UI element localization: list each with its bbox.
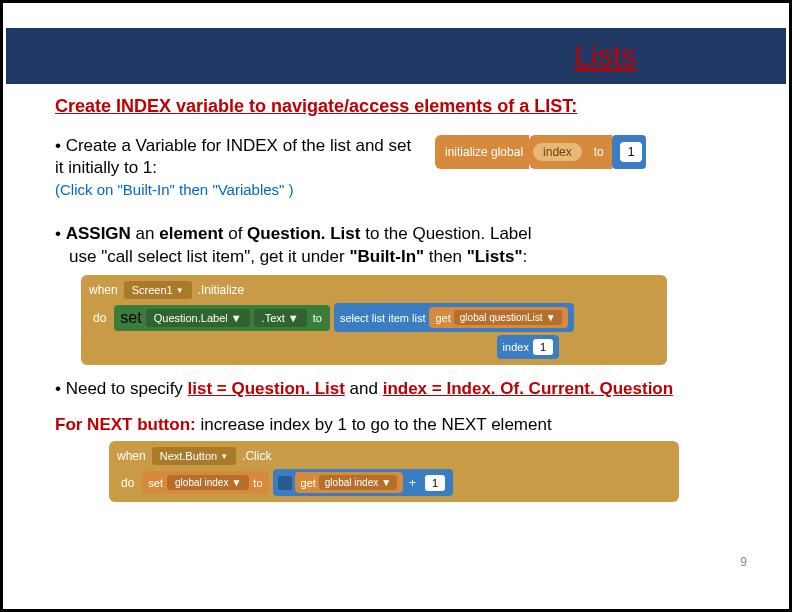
title-bar: Lists (6, 28, 786, 84)
number-value: 1 (620, 142, 643, 162)
code-block-initialize-screen: when Screen1▼ .Initialize do set Questio… (81, 275, 744, 365)
bullet-2: • ASSIGN an element of Question. List to… (55, 223, 744, 269)
when-keyword: when (89, 283, 118, 297)
do-keyword: do (89, 311, 110, 325)
init-keyword: initialize global (435, 135, 529, 169)
select-list-item-block: select list item list get global questio… (334, 303, 574, 332)
to-keyword: to (586, 135, 612, 169)
var-name-pill: index (533, 143, 582, 161)
do-keyword-2: do (117, 476, 138, 490)
increment-value: 1 (425, 475, 445, 491)
bullet-1: • Create a Variable for INDEX of the lis… (55, 135, 415, 201)
number-block: 1 (612, 135, 647, 169)
get-block-2: get global index▼ (295, 472, 404, 493)
when-keyword-2: when (117, 449, 146, 463)
plus-operator: + (406, 476, 419, 490)
bullet-4: For NEXT button: increase index by 1 to … (55, 415, 744, 435)
math-block: get global index▼ + 1 (273, 469, 454, 496)
click-event: .Click (242, 449, 271, 463)
index-value: 1 (533, 339, 553, 355)
set-global-block: set global index▼ to (142, 471, 268, 494)
screen-chip: Screen1▼ (124, 281, 192, 299)
global-index-chip-2: global index▼ (319, 475, 397, 490)
component-chip: Question.Label▼ (146, 309, 250, 327)
property-chip: .Text▼ (254, 309, 307, 327)
initialize-event: .Initialize (198, 283, 245, 297)
button-chip: Next.Button▼ (152, 447, 236, 465)
index-slot: index 1 (497, 335, 559, 359)
number-wrap: 1 (422, 473, 448, 493)
slide-title: Lists (574, 39, 636, 73)
get-block: get global questionList▼ (429, 307, 567, 328)
math-gear-icon (278, 476, 292, 490)
code-block-initialize: initialize global index to 1 (435, 135, 646, 169)
bullet-1-note: (Click on "Built-In" then "Variables" ) (55, 181, 294, 198)
global-index-chip: global index▼ (167, 475, 249, 490)
init-block: initialize global index to 1 (435, 135, 646, 169)
var-chip: global questionList▼ (454, 310, 562, 325)
subheading: Create INDEX variable to navigate/access… (55, 96, 744, 117)
bullet-1-text: • Create a Variable for INDEX of the lis… (55, 136, 411, 177)
set-block: set Question.Label▼ .Text▼ to (114, 305, 330, 331)
bullet-3: • Need to specify list = Question. List … (55, 379, 744, 399)
slide-number: 9 (740, 555, 747, 569)
code-block-next-button: when Next.Button▼ .Click do set global i… (109, 441, 744, 502)
